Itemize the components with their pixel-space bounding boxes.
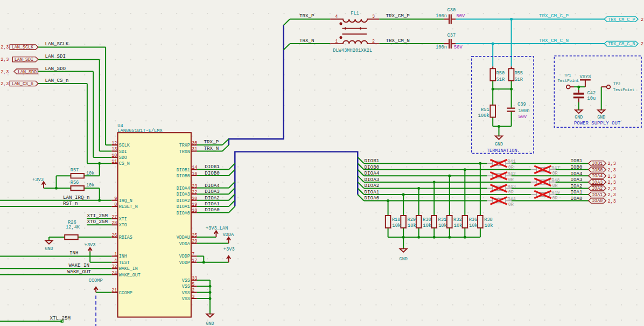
svg-text:IOA1: IOA1 — [570, 189, 583, 195]
svg-text:2,3: 2,3 — [608, 180, 616, 185]
svg-text:R48: R48 — [551, 178, 559, 183]
svg-text:50V: 50V — [454, 45, 463, 50]
svg-text:R30: R30 — [423, 217, 431, 223]
svg-text:LAN_SDO: LAN_SDO — [45, 66, 66, 72]
svg-text:IOB1: IOB1 — [592, 161, 603, 167]
svg-text:22: 22 — [192, 190, 197, 195]
svg-text:R44: R44 — [507, 197, 515, 202]
svg-text:+3V3: +3V3 — [223, 247, 235, 252]
svg-text:IRQ_N: IRQ_N — [119, 198, 132, 204]
svg-text:1: 1 — [114, 252, 117, 257]
svg-text:IOA2: IOA2 — [592, 186, 603, 191]
svg-text:100n: 100n — [436, 13, 447, 19]
svg-text:20: 20 — [192, 196, 197, 202]
svg-text:TRX_N: TRX_N — [204, 145, 219, 151]
svg-text:R56: R56 — [71, 180, 79, 185]
svg-text:+3V3: +3V3 — [32, 177, 44, 183]
svg-text:DIOB1: DIOB1 — [205, 164, 220, 170]
svg-text:DIOA0: DIOA0 — [205, 207, 220, 213]
svg-text:DIOA1: DIOA1 — [205, 201, 220, 207]
svg-text:LAN_CS_n: LAN_CS_n — [45, 78, 68, 84]
svg-text:DIOA4: DIOA4 — [365, 170, 380, 176]
svg-text:VSS: VSS — [182, 278, 190, 283]
svg-text:2: 2 — [372, 39, 375, 44]
svg-text:17: 17 — [192, 258, 197, 263]
svg-text:31: 31 — [192, 147, 197, 152]
svg-text:R18: R18 — [392, 217, 401, 223]
svg-text:2,: 2, — [641, 41, 644, 47]
svg-text:2,3: 2,3 — [1, 81, 9, 87]
svg-text:GND: GND — [575, 115, 583, 120]
svg-text:2,3: 2,3 — [608, 186, 616, 192]
svg-text:50V: 50V — [457, 13, 465, 19]
svg-text:0R: 0R — [508, 177, 514, 183]
svg-text:GND: GND — [206, 321, 214, 326]
svg-text:VSYS: VSYS — [580, 74, 591, 80]
svg-text:19: 19 — [192, 202, 197, 207]
svg-text:R57: R57 — [71, 168, 79, 173]
svg-text:R36: R36 — [469, 217, 478, 223]
svg-text:2,3: 2,3 — [1, 45, 9, 50]
svg-text:VDDP: VDDP — [179, 260, 190, 266]
svg-text:XTO_25M: XTO_25M — [87, 219, 108, 225]
svg-text:VSS: VSS — [182, 290, 190, 296]
svg-text:SDO: SDO — [119, 155, 127, 161]
svg-text:GND: GND — [400, 256, 408, 262]
svg-text:TestPoint: TestPoint — [613, 88, 635, 92]
svg-text:IOA4: IOA4 — [592, 174, 603, 179]
svg-text:TestPoint: TestPoint — [557, 79, 579, 83]
svg-text:DIOB0: DIOB0 — [205, 170, 220, 176]
svg-text:VSS: VSS — [182, 296, 190, 302]
svg-text:INH: INH — [69, 250, 79, 256]
svg-text:R49: R49 — [551, 190, 559, 196]
svg-text:0R: 0R — [508, 202, 514, 207]
svg-text:51R: 51R — [496, 77, 505, 82]
svg-text:LAN_SDO: LAN_SDO — [18, 70, 37, 75]
svg-text:DIOA0: DIOA0 — [177, 211, 190, 216]
svg-text:10: 10 — [111, 153, 117, 158]
svg-text:TRX_CM_N: TRX_CM_N — [386, 38, 410, 44]
svg-text:TERMINATION.: TERMINATION. — [487, 148, 520, 154]
svg-text:SDI: SDI — [119, 149, 127, 155]
svg-text:2,3: 2,3 — [608, 174, 616, 179]
svg-text:DLW43MH201XK2L: DLW43MH201XK2L — [333, 48, 372, 53]
svg-text:12,4K: 12,4K — [66, 225, 80, 230]
svg-text:CS_N: CS_N — [119, 161, 130, 167]
svg-text:27: 27 — [111, 214, 117, 220]
svg-text:0R: 0R — [508, 190, 514, 195]
svg-text:XTL_25M: XTL_25M — [50, 315, 71, 321]
svg-text:10k: 10k — [86, 183, 95, 188]
svg-text:TP2: TP2 — [613, 82, 620, 86]
svg-text:8: 8 — [114, 202, 117, 207]
svg-text:TRX_CM_C_P: TRX_CM_C_P — [608, 17, 635, 23]
svg-text:TRX_P: TRX_P — [299, 13, 314, 19]
svg-text:IOA4: IOA4 — [570, 171, 583, 177]
svg-text:LAN_SCLK: LAN_SCLK — [12, 45, 34, 50]
svg-text:R42: R42 — [507, 171, 515, 177]
svg-text:VSS: VSS — [182, 284, 190, 289]
svg-text:2,3: 2,3 — [608, 161, 616, 167]
svg-text:10u: 10u — [587, 96, 596, 101]
svg-text:10k: 10k — [86, 171, 95, 176]
svg-text:VDDA: VDDA — [179, 241, 191, 247]
svg-text:4: 4 — [335, 14, 338, 19]
svg-text:DIOA0: DIOA0 — [365, 195, 380, 201]
svg-text:10k: 10k — [469, 223, 478, 228]
svg-text:WAKE_IN: WAKE_IN — [119, 266, 138, 272]
svg-text:10k: 10k — [423, 223, 432, 228]
svg-text:0R: 0R — [552, 196, 557, 201]
svg-text:DIOA2: DIOA2 — [177, 198, 190, 204]
svg-text:FL1: FL1 — [351, 11, 359, 16]
svg-text:CCOMP: CCOMP — [119, 290, 132, 296]
svg-text:12: 12 — [111, 141, 117, 146]
svg-text:DIOA3: DIOA3 — [177, 192, 190, 197]
svg-text:7: 7 — [192, 252, 194, 257]
svg-text:INH: INH — [119, 254, 127, 259]
svg-text:RBIAS: RBIAS — [119, 235, 132, 240]
svg-text:23: 23 — [192, 184, 197, 189]
svg-text:10k: 10k — [438, 223, 447, 228]
svg-text:18: 18 — [192, 208, 197, 213]
svg-text:30: 30 — [192, 141, 197, 146]
svg-text:0R: 0R — [508, 165, 514, 170]
svg-text:DIOB1: DIOB1 — [365, 158, 380, 164]
